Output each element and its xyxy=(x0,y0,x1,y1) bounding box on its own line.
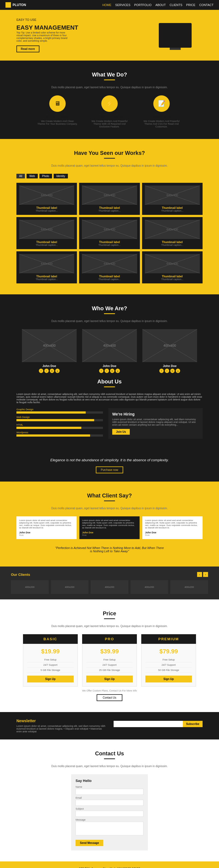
portfolio-item-5[interactable]: 640x400 Thumbnail label Thumbnail captio… xyxy=(79,217,140,249)
filter-web[interactable]: Web xyxy=(27,174,37,179)
services-grid: 🖥 Modern Design We Create Modern And Cle… xyxy=(16,95,203,128)
thumb-label-9: Thumbnail label xyxy=(145,275,200,278)
social-twitter-2[interactable]: t xyxy=(105,369,109,373)
plan-feature-basic-2: 24/7 Support xyxy=(27,662,74,668)
nav-clients[interactable]: CLIENTS xyxy=(170,3,182,7)
form-title: Say Hello xyxy=(76,779,143,783)
portfolio-grid: 640x400 Thumbnail label Thumbnail captio… xyxy=(16,183,203,283)
nav-services[interactable]: SERVICES xyxy=(115,3,130,7)
service-powerful-theme: ⚡ Powerful Theme We Create Modern And Po… xyxy=(89,95,130,128)
contact-message-textarea[interactable] xyxy=(76,822,143,835)
about-section: About Us Lorem ipsum dolor sit amet, con… xyxy=(16,378,203,439)
contact-submit-button[interactable]: Send Message xyxy=(76,840,103,846)
testimonial-text-3: Lorem ipsum dolor sit amet and amet cons… xyxy=(145,519,200,529)
plan-signup-premium[interactable]: Sign Up xyxy=(145,676,192,682)
hero-image xyxy=(148,23,203,48)
clients-prev-button[interactable]: ‹ xyxy=(197,572,202,577)
team-name-2: John Doe xyxy=(82,364,137,368)
nav-price[interactable]: PRICE xyxy=(186,3,195,7)
thumb-caption-3: Thumbnail caption... xyxy=(145,209,200,212)
nav-portfolio[interactable]: PORTFOLIO xyxy=(134,3,151,7)
filter-all[interactable]: All xyxy=(16,174,25,179)
newsletter-email-input[interactable] xyxy=(114,721,183,727)
social-twitter-1[interactable]: t xyxy=(44,369,49,373)
nav-contact[interactable]: CONTACT xyxy=(199,3,214,7)
contact-us-button[interactable]: Contact Us xyxy=(97,694,122,701)
contact-subtitle: Duis mollis placerat quam, eget laoreet … xyxy=(16,765,203,768)
purchase-now-button[interactable]: Purchase now xyxy=(96,466,123,473)
contact-subject-input[interactable] xyxy=(76,811,143,817)
plan-name-premium: PREMIUM xyxy=(144,637,193,641)
testimonials-section: What Client Say? Duis mollis placerat qu… xyxy=(0,482,219,566)
social-twitter-3[interactable]: t xyxy=(165,369,169,373)
clients-next-button[interactable]: › xyxy=(203,572,208,577)
thumb-label-8: Thumbnail label xyxy=(82,275,137,278)
plan-feature-pro-2: 24/7 Support xyxy=(86,662,133,668)
portfolio-item-1[interactable]: 640x400 Thumbnail label Thumbnail captio… xyxy=(16,183,77,215)
skills-column: Graphic Design Web Design HTML xyxy=(16,408,103,439)
price-section: Price Duis mollis placerat quam, eget la… xyxy=(0,599,219,712)
plan-signup-basic[interactable]: Sign Up xyxy=(27,676,74,682)
skill-label-4: Wordpress xyxy=(16,431,103,434)
social-google-1[interactable]: g xyxy=(55,369,60,373)
filter-photo[interactable]: Photo xyxy=(39,174,52,179)
portfolio-title: Have You Seen our Works? xyxy=(16,150,203,156)
logo[interactable]: PLUTON xyxy=(5,2,26,8)
quote-section: Elegance is not the abundance of simplic… xyxy=(0,450,219,482)
hero-cta-button[interactable]: Read more xyxy=(16,45,39,52)
thumb-image-7: 640x400 xyxy=(19,254,74,273)
social-linkedin-2[interactable]: in xyxy=(110,369,114,373)
thumb-image-2: 640x400 xyxy=(82,186,137,205)
testimonial-role-1: Role xyxy=(19,534,74,536)
price-card-premium: PREMIUM $79.99 Free Setup 24/7 Support 5… xyxy=(141,634,196,687)
social-linkedin-3[interactable]: in xyxy=(170,369,175,373)
skill-bar-bg-2 xyxy=(16,419,103,421)
nav-home[interactable]: HOME xyxy=(102,3,111,7)
form-label-subject: Subject xyxy=(76,807,143,810)
portfolio-item-3[interactable]: 640x400 Thumbnail label Thumbnail captio… xyxy=(142,183,203,215)
portfolio-item-6[interactable]: 640x400 Thumbnail label Thumbnail captio… xyxy=(142,217,203,249)
contact-name-input[interactable] xyxy=(76,789,143,795)
portfolio-item-9[interactable]: 640x400 Thumbnail label Thumbnail captio… xyxy=(142,251,203,283)
plan-signup-pro[interactable]: Sign Up xyxy=(86,676,133,682)
service-text-2: We Create Modern And Powerful Theme With… xyxy=(89,120,130,128)
price-header-basic: BASIC xyxy=(23,634,78,644)
team-member-1: 400x400 John Doe f t in g xyxy=(22,329,77,373)
clients-logos-grid: 400x200 400x200 400x200 400x200 400x200 xyxy=(11,580,208,594)
social-linkedin-1[interactable]: in xyxy=(50,369,54,373)
skill-wordpress: Wordpress xyxy=(16,431,103,437)
hiring-text: Lorem ipsum dolor sit amet, consectetuer… xyxy=(112,418,199,426)
thumb-label-5: Thumbnail label xyxy=(82,241,137,244)
filter-identity[interactable]: Identity xyxy=(53,174,68,179)
social-google-3[interactable]: g xyxy=(176,369,180,373)
portfolio-item-7[interactable]: 640x400 Thumbnail label Thumbnail captio… xyxy=(16,251,77,283)
service-title-3: Clean Code xyxy=(141,115,182,118)
social-google-2[interactable]: g xyxy=(115,369,120,373)
thumb-caption-7: Thumbnail caption... xyxy=(19,278,74,281)
newsletter-subscribe-button[interactable]: Subscribe xyxy=(183,721,203,727)
thumb-caption-2: Thumbnail caption... xyxy=(82,209,137,212)
contact-email-input[interactable] xyxy=(76,800,143,806)
skill-bar-fill-2 xyxy=(16,419,94,421)
client-logo-1: 400x200 xyxy=(11,580,49,594)
social-facebook-2[interactable]: f xyxy=(99,369,104,373)
thumb-image-6: 640x400 xyxy=(145,220,200,239)
social-facebook-3[interactable]: f xyxy=(159,369,164,373)
thumb-image-8: 640x400 xyxy=(82,254,137,273)
price-grid: BASIC $19.99 Free Setup 24/7 Support 5 G… xyxy=(16,634,203,687)
clients-navigation: ‹ › xyxy=(197,572,208,577)
nav-about[interactable]: ABOUT xyxy=(155,3,166,7)
price-subtitle: Duis mollis placerat quam, eget laoreet … xyxy=(16,625,203,628)
what-we-do-section: What We Do? Duis mollis placerat quam, e… xyxy=(0,61,219,139)
portfolio-item-4[interactable]: 640x400 Thumbnail label Thumbnail captio… xyxy=(16,217,77,249)
contact-section: Contact Us Duis mollis placerat quam, eg… xyxy=(0,740,219,861)
portfolio-item-8[interactable]: 640x400 Thumbnail label Thumbnail captio… xyxy=(79,251,140,283)
skill-label-2: Web Design xyxy=(16,416,103,418)
join-us-button[interactable]: Join Us xyxy=(112,429,130,435)
form-row-message: Message xyxy=(76,818,143,836)
thumb-caption-4: Thumbnail caption... xyxy=(19,244,74,246)
contact-form-box: Say Hello Name Email Subject Message Sen… xyxy=(71,774,148,850)
thumb-caption-5: Thumbnail caption... xyxy=(82,244,137,246)
social-facebook-1[interactable]: f xyxy=(39,369,43,373)
portfolio-item-2[interactable]: 640x400 Thumbnail label Thumbnail captio… xyxy=(79,183,140,215)
